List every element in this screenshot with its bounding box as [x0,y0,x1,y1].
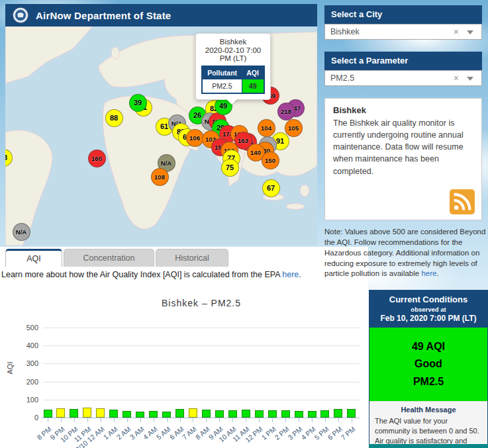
chart-x-tick [74,418,75,422]
tab-historical[interactable]: Historical [156,249,228,267]
page: AirNow Department of State 51398816053N/… [0,0,488,448]
city-info-text: The Bishkek air quality monitor is curre… [333,117,473,177]
chart-bar[interactable] [320,410,329,418]
chart-x-tick [219,418,220,422]
map-popup: Bishkek 2020-02-10 7:00 PM (LT) Pollutan… [195,33,271,100]
chart-bar[interactable] [281,410,290,418]
current-conditions-title: Current Conditions [372,294,485,304]
learn-more-text: Learn more about how the Air Quality Ind… [1,270,282,279]
parameter-select-header: Select a Parameter [324,52,482,70]
chart-bar[interactable] [175,409,184,418]
popup-aqi-value: 49 [242,79,264,94]
city-select-combobox[interactable]: Bishkek × [324,24,482,40]
parameter-select-value: PM2.5 [330,73,354,83]
chart-bar[interactable] [215,410,224,418]
aqi-marker[interactable]: 105 [285,119,303,137]
observed-datetime: Feb 10, 2020 7:00 PM (LT) [372,314,485,323]
city-chevron-down-icon[interactable] [467,30,473,34]
aqi-category: Good [372,355,485,373]
chart-x-tick [299,418,299,422]
aqi-marker[interactable]: 106 [186,129,204,147]
chart-bar[interactable] [109,410,118,418]
chart-y-tick-label: 100 [16,396,38,404]
chart-x-tick [285,418,286,422]
parameter-select-combobox[interactable]: PM2.5 × [324,70,482,86]
popup-aqi-table: Pollutant AQI PM2.5 49 [201,66,265,94]
tab-concentration[interactable]: Concentration [64,249,154,267]
chart-bar[interactable] [268,410,277,418]
world-map[interactable]: 51398816053N/AN/A10861N/A8860106266982N/… [5,26,317,246]
chart-bar[interactable] [202,410,211,418]
chart-title: Bishkek – PM2.5 [43,298,360,308]
chart-x-tick [87,418,88,422]
chart-x-tick [167,418,168,422]
learn-more-line: Learn more about how the Air Quality Ind… [1,270,301,279]
parameter-clear-icon[interactable]: × [454,71,459,85]
chart-bar[interactable] [334,409,342,418]
chart-x-tick [193,418,193,422]
chart-bar[interactable] [83,408,91,418]
chart-bar[interactable] [162,412,171,418]
chart-gridline [43,400,360,400]
city-select-value: Bishkek [330,27,360,36]
chart-bar[interactable] [228,410,237,418]
chart-bar[interactable] [136,412,144,418]
dos-seal-logo [12,7,29,24]
aqi-marker[interactable]: 218 [277,103,295,120]
chart-bar[interactable] [295,411,303,418]
learn-more-link[interactable]: here [282,270,299,279]
rss-icon[interactable] [450,189,475,214]
aqi-marker[interactable]: 75 [221,159,239,177]
aqi-marker[interactable]: 67 [262,179,280,197]
chart-bar[interactable] [44,410,52,418]
chart-bar[interactable] [255,410,264,418]
aqi-marker[interactable]: 104 [258,119,275,137]
aqi-pollutant: PM2.5 [372,373,485,390]
chart-gridline [43,345,360,346]
aqi-marker[interactable]: 108 [151,168,169,186]
health-message-title: Health Message [375,406,482,414]
chart-x-tick [312,418,313,422]
note-link[interactable]: here [421,269,436,277]
chart-bar[interactable] [189,408,197,418]
chart-bar[interactable] [122,411,131,418]
chart-bar[interactable] [347,409,356,418]
popup-pollutant-header: Pollutant [202,66,242,79]
popup-city: Bishkek [199,38,267,46]
tab-aqi[interactable]: AQI [5,249,62,267]
chart-bar[interactable] [56,408,65,418]
aqi-summary-block: 49 AQI Good PM2.5 [369,328,487,401]
aqi-marker[interactable]: 150 [262,152,279,169]
chart-bar[interactable] [70,409,78,418]
chart-x-tick [259,418,260,422]
chart-y-axis-label: AQI [6,362,14,375]
next-section-header-strip [369,444,488,448]
chart-bar[interactable] [149,411,158,418]
city-select-header: Select a City [324,5,482,24]
learn-more-period: . [299,270,301,279]
app-header: AirNow Department of State [5,4,317,26]
chart-x-tick [272,418,273,422]
chart-x-tick [206,418,207,422]
health-message-text: The AQI value for your community is betw… [375,416,482,448]
aqi-marker[interactable]: N/A [13,223,30,241]
aqi-marker[interactable]: 88 [105,109,123,127]
chart-x-tick [352,418,352,422]
chart-bar[interactable] [96,408,105,418]
tab-bar: AQI Concentration Historical [5,249,228,267]
chart-y-tick-label: 400 [16,341,38,349]
health-message-section: Health Message The AQI value for your co… [369,401,487,448]
city-clear-icon[interactable]: × [454,24,459,39]
popup-aqi-header: AQI [242,66,264,79]
chart-bar[interactable] [242,410,250,418]
aqi-value: 49 AQI [372,338,485,355]
aqi-marker[interactable]: 160 [88,150,106,167]
aqi-marker[interactable]: 39 [129,94,147,112]
beyond-aqi-note: Note: Values above 500 are considered Be… [324,227,487,279]
chart-bar[interactable] [308,411,317,418]
popup-pointer [226,99,237,105]
aqi-bar-chart: Bishkek – PM2.5 AQI 01002003004005008 PM… [0,290,363,448]
parameter-chevron-down-icon[interactable] [467,77,473,81]
chart-x-tick [114,418,115,422]
chart-x-tick [140,418,141,422]
